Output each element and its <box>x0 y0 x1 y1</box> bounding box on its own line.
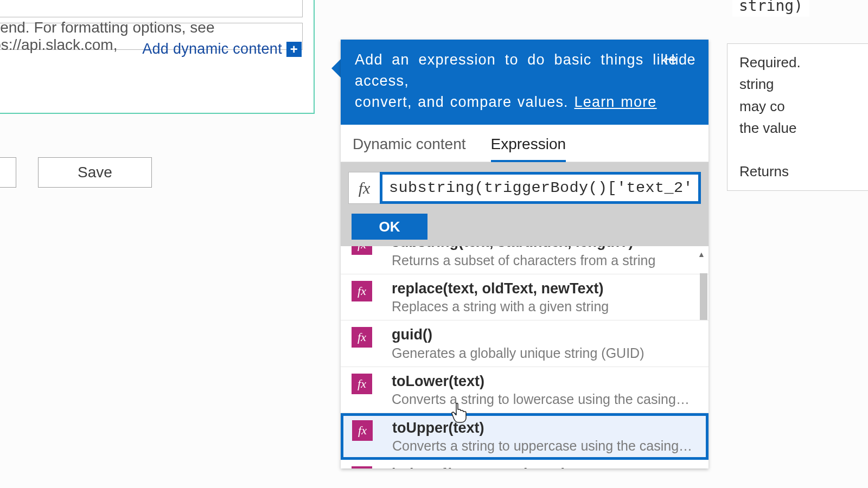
scrollbar-thumb[interactable] <box>700 273 707 320</box>
add-dynamic-content-row: Add dynamic content + <box>0 41 302 57</box>
hide-link[interactable]: Hide <box>664 49 695 70</box>
tab-dynamic-content[interactable]: Dynamic content <box>353 136 466 162</box>
expression-input[interactable] <box>382 175 698 201</box>
popover-arrow-icon <box>331 59 341 78</box>
fn-guid[interactable]: fx guid() Generates a globally unique st… <box>341 320 709 367</box>
fn-toupper[interactable]: fx toUpper(text) Converts a string to up… <box>341 413 709 460</box>
tip-line-1: Required. <box>739 52 868 73</box>
ok-button[interactable]: OK <box>352 214 427 240</box>
fn-sig: replace(text, oldText, newText) <box>392 280 698 297</box>
expression-popover: Hide Add an expression to do basic thing… <box>341 40 709 468</box>
side-tooltip: Required. string may co the value Return… <box>727 43 868 191</box>
function-list[interactable]: ▲ fx substring(text, startIndex, length?… <box>341 246 709 468</box>
tip-line-3: may co <box>739 95 868 117</box>
fx-badge-icon: fx <box>352 246 372 255</box>
fn-desc: Converts a string to uppercase using the… <box>392 438 693 454</box>
fx-badge-icon: fx <box>352 466 372 468</box>
expression-bar: fx <box>341 162 709 214</box>
message-field-1[interactable] <box>0 0 303 17</box>
scroll-up-icon[interactable]: ▲ <box>697 249 706 259</box>
fn-desc: Replaces a string with a given string <box>392 298 693 314</box>
fn-desc: Returns a subset of characters from a st… <box>392 252 693 268</box>
popover-header: Hide Add an expression to do basic thing… <box>341 40 709 125</box>
fn-sig: indexOf(text, searchText) <box>392 465 698 468</box>
popover-headline-1: Add an expression to do basic things lik… <box>355 52 678 89</box>
ok-row: OK <box>341 214 709 246</box>
fn-substring[interactable]: fx substring(text, startIndex, length?) … <box>341 246 709 274</box>
fn-sig: toUpper(text) <box>392 419 697 436</box>
tip-line-4: the value <box>739 117 868 139</box>
discard-button[interactable]: Discard <box>0 157 16 188</box>
fn-sig: guid() <box>392 326 698 343</box>
fx-badge-icon: fx <box>352 420 373 441</box>
fn-desc: Generates a globally unique string (GUID… <box>392 345 693 361</box>
fx-badge-icon: fx <box>352 327 372 348</box>
save-button[interactable]: Save <box>38 157 152 188</box>
fx-icon: fx <box>348 172 380 204</box>
add-dynamic-content-plus-icon[interactable]: + <box>286 42 302 57</box>
fn-tolower[interactable]: fx toLower(text) Converts a string to lo… <box>341 367 709 413</box>
fx-badge-icon: fx <box>352 374 372 394</box>
tip-returns: Returns <box>739 160 868 182</box>
tab-expression[interactable]: Expression <box>491 136 566 162</box>
fn-replace[interactable]: fx replace(text, oldText, newText) Repla… <box>341 274 709 320</box>
fn-sig: substring(text, startIndex, length?) <box>392 246 698 251</box>
add-dynamic-content-link[interactable]: Add dynamic content <box>142 41 282 57</box>
tooltip-code-fragment: string) <box>732 0 809 17</box>
fn-sig: toLower(text) <box>392 373 698 390</box>
tip-line-2: string <box>739 73 868 95</box>
learn-more-link[interactable]: Learn more <box>575 94 657 110</box>
fx-badge-icon: fx <box>352 281 372 301</box>
fn-desc: Converts a string to lowercase using the… <box>392 391 693 407</box>
popover-tabs: Dynamic content Expression <box>341 125 709 162</box>
popover-headline-2: convert, and compare values. <box>355 94 575 110</box>
expression-input-wrap[interactable] <box>380 172 701 204</box>
fn-indexof[interactable]: fx indexOf(text, searchText) <box>341 460 709 468</box>
